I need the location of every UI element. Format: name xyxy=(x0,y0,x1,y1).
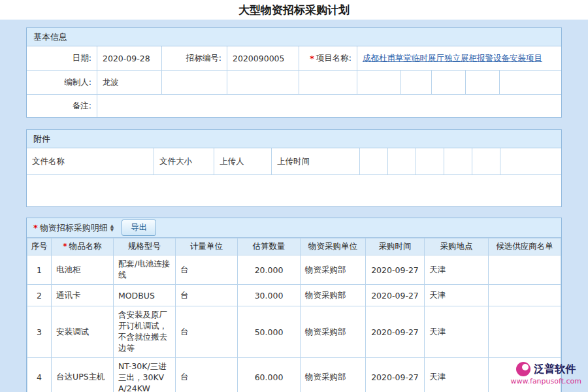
cell-suppliers xyxy=(489,306,561,358)
cell-unit: 台 xyxy=(176,255,238,285)
cell-qty: 20.000 xyxy=(238,255,301,285)
cell-time: 2020-09-27 xyxy=(366,306,425,358)
attachments-header: 附件 xyxy=(27,130,561,148)
cell-unit: 台 xyxy=(176,358,238,392)
col-upload-time: 上传时间 xyxy=(272,148,360,174)
col-item-name-text: 物品名称 xyxy=(69,241,102,251)
required-asterisk: * xyxy=(63,241,67,251)
col-item-name: *物品名称 xyxy=(52,238,114,255)
cell-qty: 30.000 xyxy=(238,285,301,306)
col-no: 序号 xyxy=(27,238,52,255)
col-uploader: 上传人 xyxy=(214,148,272,174)
cell-no: 4 xyxy=(27,358,52,392)
cell-place: 天津 xyxy=(425,285,489,306)
cell-time: 2020-09-27 xyxy=(366,285,425,306)
cell-no: 3 xyxy=(27,306,52,358)
basic-info-empty-cell xyxy=(299,71,357,94)
remark-label: 备注: xyxy=(27,95,97,117)
table-row: 3 安装调试 含安装及原厂开订机调试，不含就位搬去边等 台 50.000 物资采… xyxy=(27,306,561,358)
details-table: 序号 *物品名称 规格型号 计量单位 估算数量 物资采购单位 采购时间 采购地点… xyxy=(27,238,561,392)
details-section: * 物资招标采购明细 ▲▼ 导出 序号 *物品名称 规格型号 计量单位 估算数量… xyxy=(26,218,562,392)
attachments-empty-cell xyxy=(500,148,561,174)
details-section-title: 物资招标采购明细 xyxy=(40,222,108,234)
basic-info-row-1: 日期: 2020-09-28 招标编号: 2020090005 * 项目名称: … xyxy=(27,46,561,71)
project-name-label-text: 项目名称: xyxy=(316,53,351,64)
basic-info-empty-cell xyxy=(466,71,500,94)
cell-item-name: 电池柜 xyxy=(52,255,114,285)
cell-no: 1 xyxy=(27,255,52,285)
col-place: 采购地点 xyxy=(425,238,489,255)
cell-place: 天津 xyxy=(425,358,489,392)
cell-spec: NT-30K/三进三出，30KVA/24KW xyxy=(114,358,176,392)
table-row: 2 通讯卡 MODBUS 台 30.000 物资采购部 2020-09-27 天… xyxy=(27,285,561,306)
remark-value xyxy=(97,95,561,117)
basic-info-section: 基本信息 日期: 2020-09-28 招标编号: 2020090005 * 项… xyxy=(26,27,562,118)
basic-info-header: 基本信息 xyxy=(27,28,561,46)
attachments-empty-cell xyxy=(416,148,444,174)
date-label: 日期: xyxy=(27,46,97,70)
bid-no-label: 招标编号: xyxy=(162,46,227,70)
cell-place: 天津 xyxy=(425,255,489,285)
basic-info-empty-cell xyxy=(227,71,299,94)
basic-info-empty-cell xyxy=(162,71,227,94)
basic-info-row-2: 编制人: 龙波 xyxy=(27,71,561,95)
vendor-watermark: 泛普软件 www.fanpusoft.com xyxy=(511,362,581,385)
attachments-empty-cell xyxy=(360,148,388,174)
project-name-label: * 项目名称: xyxy=(299,46,357,70)
attachments-section: 附件 文件名称 文件大小 上传人 上传时间 xyxy=(26,129,562,207)
cell-unit: 台 xyxy=(176,285,238,306)
page-title: 大型物资招标采购计划 xyxy=(238,3,350,18)
details-section-header: * 物资招标采购明细 ▲▼ 导出 xyxy=(27,218,561,238)
col-qty: 估算数量 xyxy=(238,238,301,255)
table-row: 1 电池柜 配套/电池连接线 台 20.000 物资采购部 2020-09-27… xyxy=(27,255,561,285)
cell-item-name: 台达UPS主机 xyxy=(52,358,114,392)
required-asterisk: * xyxy=(33,223,38,233)
project-name-link[interactable]: 成都杜甫草堂临时展厅独立展柜报警设备安装项目 xyxy=(363,53,542,64)
compiler-value: 龙波 xyxy=(97,71,162,94)
attachments-empty-area xyxy=(27,175,561,206)
compiler-label: 编制人: xyxy=(27,71,97,94)
cell-unit: 台 xyxy=(176,306,238,358)
col-file-size: 文件大小 xyxy=(154,148,214,174)
col-spec: 规格型号 xyxy=(114,238,176,255)
cell-place: 天津 xyxy=(425,306,489,358)
cell-spec: 含安装及原厂开订机调试，不含就位搬去边等 xyxy=(114,306,176,358)
cell-time: 2020-09-27 xyxy=(366,358,425,392)
attachments-empty-cell xyxy=(388,148,416,174)
basic-info-empty-cell xyxy=(357,71,401,94)
cell-qty: 50.000 xyxy=(238,306,301,358)
required-asterisk: * xyxy=(310,54,314,63)
cell-dept: 物资采购部 xyxy=(301,285,366,306)
basic-info-empty-cell xyxy=(432,71,466,94)
cell-suppliers xyxy=(489,255,561,285)
sort-icon[interactable]: ▲▼ xyxy=(110,224,114,232)
col-file-name: 文件名称 xyxy=(27,148,154,174)
col-unit: 计量单位 xyxy=(176,238,238,255)
cell-spec: 配套/电池连接线 xyxy=(114,255,176,285)
attachments-empty-cell xyxy=(472,148,500,174)
cell-item-name: 通讯卡 xyxy=(52,285,114,306)
basic-info-empty-cell xyxy=(401,71,432,94)
cell-dept: 物资采购部 xyxy=(301,255,366,285)
col-dept: 物资采购单位 xyxy=(301,238,366,255)
col-time: 采购时间 xyxy=(366,238,425,255)
cell-qty: 60.000 xyxy=(238,358,301,392)
cell-time: 2020-09-27 xyxy=(366,255,425,285)
fanpu-logo-icon xyxy=(516,362,531,376)
export-button[interactable]: 导出 xyxy=(122,220,156,236)
cell-item-name: 安装调试 xyxy=(52,306,114,358)
table-row: 4 台达UPS主机 NT-30K/三进三出，30KVA/24KW 台 60.00… xyxy=(27,358,561,392)
attachments-empty-cell xyxy=(444,148,472,174)
basic-info-empty-cell xyxy=(500,71,561,94)
details-header-row: 序号 *物品名称 规格型号 计量单位 估算数量 物资采购单位 采购时间 采购地点… xyxy=(27,238,561,255)
basic-info-row-3: 备注: xyxy=(27,95,561,117)
project-name-cell: 成都杜甫草堂临时展厅独立展柜报警设备安装项目 xyxy=(357,46,561,70)
attachments-table-header: 文件名称 文件大小 上传人 上传时间 xyxy=(27,148,561,175)
cell-no: 2 xyxy=(27,285,52,306)
cell-spec: MODBUS xyxy=(114,285,176,306)
bid-no-value: 2020090005 xyxy=(227,46,299,70)
vendor-url: www.fanpusoft.com xyxy=(511,377,581,385)
col-suppliers: 候选供应商名单 xyxy=(489,238,561,255)
cell-suppliers xyxy=(489,285,561,306)
date-value: 2020-09-28 xyxy=(97,46,162,70)
